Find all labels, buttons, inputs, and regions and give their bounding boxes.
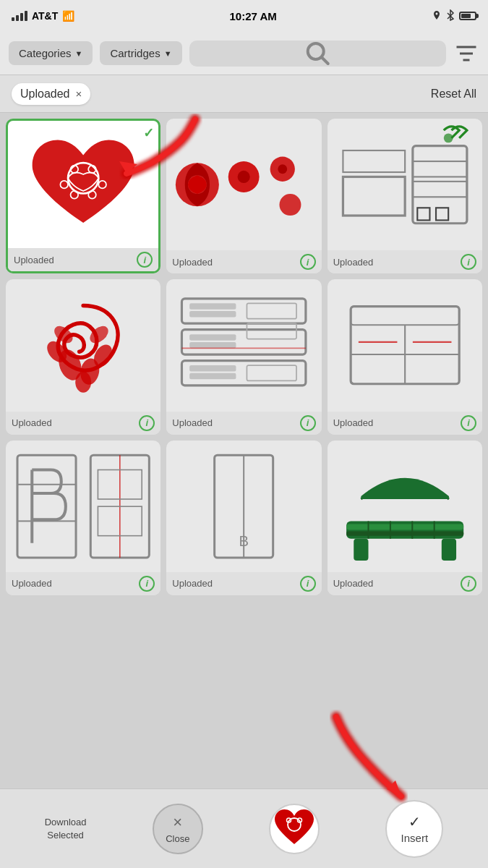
svg-rect-26	[417, 208, 429, 220]
card-3-info-button[interactable]: i	[461, 254, 476, 270]
card-3-footer: Uploaded i	[328, 250, 482, 273]
card-7-footer: Uploaded i	[6, 572, 160, 595]
card-4-label: Uploaded	[12, 417, 52, 428]
status-left: AT&T 📶	[12, 10, 74, 22]
card-7-info-button[interactable]: i	[139, 576, 155, 592]
reset-all-button[interactable]: Reset All	[431, 88, 476, 101]
server-design-svg	[166, 279, 321, 411]
card-3-image	[328, 119, 482, 250]
download-selected-button[interactable]: Download Selected	[45, 817, 87, 841]
card-7-label: Uploaded	[12, 578, 52, 589]
svg-rect-44	[189, 373, 236, 380]
bluetooth-icon	[446, 9, 455, 23]
card-8-footer: Uploaded i	[166, 572, 321, 595]
svg-rect-25	[343, 150, 405, 172]
svg-rect-50	[351, 307, 459, 326]
card-6-info-button[interactable]: i	[461, 415, 476, 431]
card-1-footer: Uploaded i	[8, 248, 158, 271]
card-5-label: Uploaded	[172, 417, 213, 428]
card-5-info-button[interactable]: i	[300, 415, 316, 431]
card-3-label: Uploaded	[333, 257, 374, 268]
card-3[interactable]: Uploaded i	[328, 119, 482, 273]
search-input[interactable]	[189, 41, 446, 67]
svg-rect-22	[413, 161, 467, 176]
svg-rect-24	[343, 176, 405, 216]
filter-close-button[interactable]: ×	[76, 88, 82, 100]
card-7[interactable]: Uploaded i	[6, 441, 160, 595]
svg-rect-66	[346, 531, 463, 535]
svg-rect-23	[413, 182, 467, 197]
location-icon	[432, 10, 442, 22]
tent-design-svg	[328, 441, 482, 572]
card-5[interactable]: Uploaded i	[166, 279, 321, 434]
card-6-image	[328, 279, 482, 411]
filter-bar: Uploaded × Reset All	[0, 75, 488, 113]
card-4-footer: Uploaded i	[6, 412, 160, 435]
card-6-footer: Uploaded i	[328, 412, 482, 435]
signal-bars	[12, 11, 27, 21]
svg-rect-43	[189, 365, 236, 372]
svg-rect-46	[247, 323, 297, 339]
box-design-svg	[328, 279, 482, 411]
rosette-design-svg	[166, 119, 321, 250]
close-symbol: ×	[173, 813, 182, 832]
cartridges-label: Cartridges	[110, 47, 160, 59]
wifi-icon: 📶	[62, 10, 74, 22]
close-button[interactable]: × Close	[153, 804, 203, 854]
nav-bar: Categories ▼ Cartridges ▼	[0, 32, 488, 75]
filter-icon	[453, 41, 479, 67]
card-1-info-button[interactable]: i	[137, 252, 153, 268]
card-4[interactable]: Uploaded i	[6, 279, 160, 434]
insert-button[interactable]: ✓ Insert	[385, 800, 443, 858]
card-6-label: Uploaded	[333, 417, 374, 428]
status-time: 10:27 AM	[229, 10, 276, 22]
card-8-info-button[interactable]: i	[300, 576, 316, 592]
svg-point-28	[443, 133, 453, 142]
svg-rect-27	[436, 208, 448, 220]
search-icon	[189, 41, 446, 67]
card-9-image	[328, 441, 482, 572]
card-2-label: Uploaded	[172, 257, 213, 268]
swirl-design-svg	[6, 279, 160, 411]
card-9-footer: Uploaded i	[328, 572, 482, 595]
status-right	[432, 9, 476, 23]
svg-point-20	[280, 194, 301, 216]
svg-point-17	[238, 171, 250, 183]
svg-rect-42	[189, 342, 236, 349]
card-5-image	[166, 279, 321, 411]
filter-button[interactable]	[453, 41, 479, 67]
card-4-image	[6, 279, 160, 411]
svg-rect-39	[189, 304, 236, 310]
card-2[interactable]: Uploaded i	[166, 119, 321, 273]
svg-point-19	[278, 164, 288, 174]
svg-rect-40	[189, 311, 236, 318]
card-6[interactable]: Uploaded i	[328, 279, 482, 434]
battery	[459, 12, 476, 20]
svg-rect-56	[17, 484, 76, 521]
svg-rect-41	[189, 334, 236, 341]
svg-line-3	[321, 57, 328, 64]
svg-rect-67	[354, 538, 368, 560]
status-bar: AT&T 📶 10:27 AM	[0, 0, 488, 32]
card-9[interactable]: Uploaded i	[328, 441, 482, 595]
card-4-info-button[interactable]: i	[139, 415, 155, 431]
preview-heart-button[interactable]	[269, 804, 320, 854]
svg-rect-65	[346, 524, 463, 529]
svg-rect-45	[247, 304, 297, 319]
scroll-area: ✓ Uploaded i	[0, 113, 488, 788]
heart-preview-icon	[270, 805, 318, 853]
svg-rect-47	[247, 365, 297, 380]
card-grid: ✓ Uploaded i	[0, 113, 488, 601]
card-9-info-button[interactable]: i	[461, 576, 476, 592]
card-2-footer: Uploaded i	[166, 250, 321, 273]
vertical-line-svg: B	[166, 441, 321, 572]
card-8[interactable]: B Uploaded i	[166, 441, 321, 595]
insert-check-symbol: ✓	[408, 813, 421, 830]
card-1[interactable]: ✓ Uploaded i	[6, 119, 160, 273]
heart-design-svg	[8, 121, 158, 248]
cartridges-button[interactable]: Cartridges ▼	[100, 41, 181, 65]
card-8-label: Uploaded	[172, 578, 213, 589]
card-2-info-button[interactable]: i	[300, 254, 316, 270]
categories-caret: ▼	[75, 49, 83, 58]
categories-button[interactable]: Categories ▼	[9, 41, 93, 65]
